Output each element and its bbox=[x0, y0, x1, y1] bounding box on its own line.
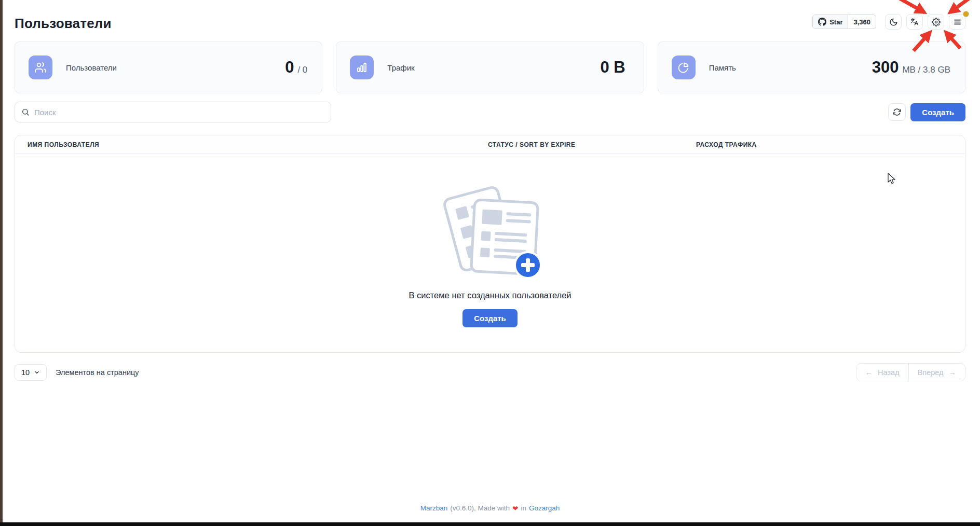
footer-text: (v0.6.0), Made with bbox=[450, 504, 510, 513]
chart-icon bbox=[350, 56, 374, 79]
page-title: Пользователи bbox=[15, 16, 112, 32]
stats-row: Пользователи 0 / 0 Трафик 0 B Память 300 bbox=[15, 41, 965, 93]
stat-card-memory: Память 300 MB / 3.8 GB bbox=[658, 41, 965, 93]
right-arrow-icon: → bbox=[949, 368, 957, 377]
chevron-down-icon bbox=[34, 369, 40, 376]
stat-label: Память bbox=[709, 63, 736, 72]
github-star-label: Star bbox=[829, 18, 842, 26]
stat-card-users: Пользователи 0 / 0 bbox=[15, 41, 322, 93]
per-page-label: Элементов на страницу bbox=[56, 368, 139, 377]
table-header-row: ИМЯ ПОЛЬЗОВАТЕЛЯ СТАТУС / SORT BY EXPIRE… bbox=[15, 135, 965, 154]
moon-icon bbox=[889, 18, 898, 26]
marzban-link[interactable]: Marzban bbox=[420, 504, 448, 513]
plus-circle-icon bbox=[515, 252, 541, 278]
pager: ← Назад Вперед → bbox=[856, 363, 965, 381]
per-page-select[interactable]: 10 bbox=[15, 364, 47, 381]
table-empty-state: В системе нет созданных пользователей Со… bbox=[15, 154, 965, 353]
settings-button[interactable] bbox=[928, 14, 944, 30]
hamburger-icon bbox=[953, 18, 962, 26]
column-traffic-usage[interactable]: РАСХОД ТРАФИКА bbox=[696, 141, 965, 148]
topbar-controls: Star 3,360 bbox=[812, 14, 965, 30]
github-icon bbox=[818, 18, 826, 26]
window-left-edge bbox=[0, 0, 3, 526]
github-star-widget[interactable]: Star 3,360 bbox=[812, 15, 876, 29]
translate-icon bbox=[910, 17, 919, 26]
column-status-sort-expire[interactable]: СТАТУС / SORT BY EXPIRE bbox=[488, 141, 696, 148]
dark-mode-button[interactable] bbox=[885, 14, 902, 30]
left-arrow-icon: ← bbox=[865, 368, 873, 377]
search-input[interactable] bbox=[34, 108, 324, 117]
empty-documents-illustration bbox=[435, 181, 545, 284]
footer: Marzban (v0.6.0), Made with ❤ in Gozarga… bbox=[0, 504, 980, 513]
github-star-button[interactable]: Star bbox=[813, 15, 848, 29]
stat-value: 0 B bbox=[600, 58, 629, 77]
pagination-row: 10 Элементов на страницу ← Назад Вперед … bbox=[15, 363, 965, 381]
empty-state-create-button[interactable]: Создать bbox=[462, 309, 518, 327]
toolbar: Создать bbox=[15, 102, 965, 122]
refresh-button[interactable] bbox=[888, 103, 906, 121]
gear-icon bbox=[932, 18, 941, 26]
next-page-button[interactable]: Вперед → bbox=[908, 364, 965, 381]
toolbar-right: Создать bbox=[888, 103, 965, 121]
create-user-button[interactable]: Создать bbox=[910, 103, 965, 121]
gozargah-link[interactable]: Gozargah bbox=[529, 504, 560, 513]
users-icon bbox=[29, 56, 52, 79]
stat-label: Трафик bbox=[387, 63, 414, 72]
per-page-value: 10 bbox=[21, 368, 30, 377]
window-bottom-edge bbox=[0, 522, 980, 526]
users-table: ИМЯ ПОЛЬЗОВАТЕЛЯ СТАТУС / SORT BY EXPIRE… bbox=[15, 135, 965, 353]
column-username[interactable]: ИМЯ ПОЛЬЗОВАТЕЛЯ bbox=[15, 141, 488, 148]
menu-button[interactable] bbox=[949, 14, 965, 30]
github-star-count[interactable]: 3,360 bbox=[848, 15, 876, 29]
search-icon bbox=[21, 108, 30, 116]
footer-in: in bbox=[521, 504, 526, 513]
stat-value: 300 MB / 3.8 GB bbox=[872, 58, 950, 77]
refresh-icon bbox=[893, 108, 901, 116]
stat-value: 0 / 0 bbox=[285, 58, 307, 77]
stat-card-traffic: Трафик 0 B bbox=[336, 41, 644, 93]
language-button[interactable] bbox=[906, 14, 923, 30]
search-box[interactable] bbox=[15, 102, 331, 122]
prev-page-button[interactable]: ← Назад bbox=[856, 364, 908, 381]
stat-label: Пользователи bbox=[66, 63, 117, 72]
empty-state-message: В системе нет созданных пользователей bbox=[409, 290, 571, 300]
heart-icon: ❤ bbox=[512, 504, 518, 513]
memory-icon bbox=[672, 56, 696, 79]
